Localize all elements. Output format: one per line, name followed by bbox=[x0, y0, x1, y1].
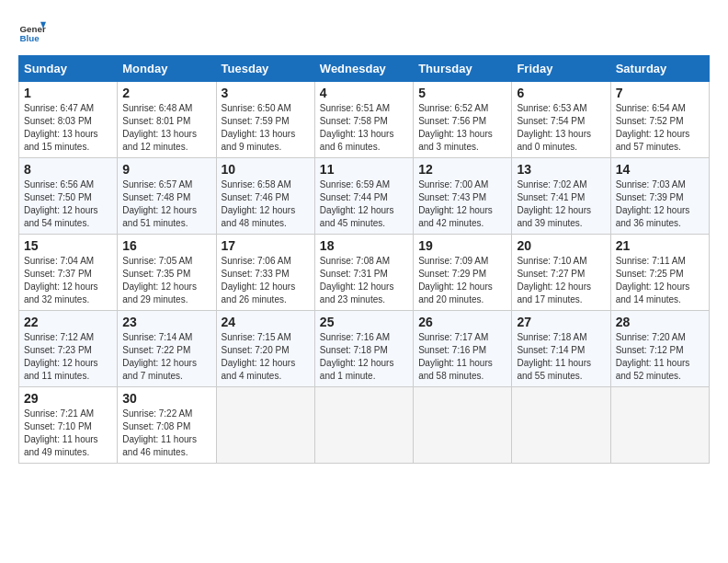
calendar-body: 1 Sunrise: 6:47 AMSunset: 8:03 PMDayligh… bbox=[19, 82, 710, 464]
day-number: 6 bbox=[517, 86, 605, 100]
day-number: 11 bbox=[320, 162, 408, 177]
day-number: 1 bbox=[24, 86, 112, 100]
day-info: Sunrise: 6:53 AMSunset: 7:54 PMDaylight:… bbox=[517, 103, 591, 152]
day-info: Sunrise: 7:08 AMSunset: 7:31 PMDaylight:… bbox=[320, 256, 394, 304]
day-info: Sunrise: 6:54 AMSunset: 7:52 PMDaylight:… bbox=[616, 103, 690, 152]
day-number: 28 bbox=[616, 315, 704, 329]
day-info: Sunrise: 7:00 AMSunset: 7:43 PMDaylight:… bbox=[418, 179, 493, 228]
calendar-cell: 17 Sunrise: 7:06 AMSunset: 7:33 PMDaylig… bbox=[216, 235, 314, 311]
day-info: Sunrise: 7:04 AMSunset: 7:37 PMDaylight:… bbox=[24, 256, 98, 304]
column-header-tuesday: Tuesday bbox=[216, 56, 314, 82]
calendar-cell: 7 Sunrise: 6:54 AMSunset: 7:52 PMDayligh… bbox=[610, 82, 709, 158]
calendar-cell: 11 Sunrise: 6:59 AMSunset: 7:44 PMDaylig… bbox=[314, 158, 413, 235]
calendar-cell: 13 Sunrise: 7:02 AMSunset: 7:41 PMDaylig… bbox=[512, 158, 610, 235]
day-info: Sunrise: 6:52 AMSunset: 7:56 PMDaylight:… bbox=[418, 103, 493, 152]
day-info: Sunrise: 7:15 AMSunset: 7:20 PMDaylight:… bbox=[222, 332, 296, 381]
day-number: 17 bbox=[222, 238, 310, 253]
calendar-header-row: SundayMondayTuesdayWednesdayThursdayFrid… bbox=[19, 56, 710, 82]
calendar-cell bbox=[610, 387, 709, 464]
day-info: Sunrise: 6:57 AMSunset: 7:48 PMDaylight:… bbox=[122, 179, 197, 228]
column-header-sunday: Sunday bbox=[19, 56, 118, 82]
calendar-cell: 6 Sunrise: 6:53 AMSunset: 7:54 PMDayligh… bbox=[512, 82, 610, 158]
calendar-cell: 18 Sunrise: 7:08 AMSunset: 7:31 PMDaylig… bbox=[314, 235, 413, 311]
day-info: Sunrise: 7:02 AMSunset: 7:41 PMDaylight:… bbox=[517, 179, 591, 228]
day-number: 4 bbox=[320, 86, 408, 100]
day-info: Sunrise: 7:09 AMSunset: 7:29 PMDaylight:… bbox=[418, 256, 493, 304]
day-number: 18 bbox=[320, 238, 408, 253]
calendar-cell: 15 Sunrise: 7:04 AMSunset: 7:37 PMDaylig… bbox=[19, 235, 118, 311]
day-info: Sunrise: 6:58 AMSunset: 7:46 PMDaylight:… bbox=[222, 179, 296, 228]
calendar-cell: 21 Sunrise: 7:11 AMSunset: 7:25 PMDaylig… bbox=[610, 235, 709, 311]
calendar-week-row: 8 Sunrise: 6:56 AMSunset: 7:50 PMDayligh… bbox=[19, 158, 710, 235]
day-number: 2 bbox=[122, 86, 210, 100]
day-info: Sunrise: 6:59 AMSunset: 7:44 PMDaylight:… bbox=[320, 179, 394, 228]
day-number: 7 bbox=[616, 86, 704, 100]
day-number: 19 bbox=[418, 238, 506, 253]
day-number: 23 bbox=[122, 315, 210, 329]
day-number: 24 bbox=[222, 315, 310, 329]
column-header-saturday: Saturday bbox=[610, 56, 709, 82]
column-header-thursday: Thursday bbox=[414, 56, 512, 82]
day-info: Sunrise: 7:10 AMSunset: 7:27 PMDaylight:… bbox=[517, 256, 591, 304]
day-info: Sunrise: 7:18 AMSunset: 7:14 PMDaylight:… bbox=[517, 332, 591, 381]
day-number: 12 bbox=[418, 162, 506, 177]
day-info: Sunrise: 7:12 AMSunset: 7:23 PMDaylight:… bbox=[24, 332, 98, 381]
day-info: Sunrise: 7:05 AMSunset: 7:35 PMDaylight:… bbox=[122, 256, 197, 304]
calendar-cell: 4 Sunrise: 6:51 AMSunset: 7:58 PMDayligh… bbox=[314, 82, 413, 158]
day-info: Sunrise: 6:48 AMSunset: 8:01 PMDaylight:… bbox=[122, 103, 197, 152]
calendar-week-row: 22 Sunrise: 7:12 AMSunset: 7:23 PMDaylig… bbox=[19, 311, 710, 387]
day-number: 8 bbox=[24, 162, 112, 177]
day-number: 15 bbox=[24, 238, 112, 253]
calendar-cell: 5 Sunrise: 6:52 AMSunset: 7:56 PMDayligh… bbox=[414, 82, 512, 158]
calendar-cell: 2 Sunrise: 6:48 AMSunset: 8:01 PMDayligh… bbox=[118, 82, 216, 158]
day-info: Sunrise: 7:16 AMSunset: 7:18 PMDaylight:… bbox=[320, 332, 394, 381]
calendar-cell: 30 Sunrise: 7:22 AMSunset: 7:08 PMDaylig… bbox=[118, 387, 216, 464]
calendar-cell: 24 Sunrise: 7:15 AMSunset: 7:20 PMDaylig… bbox=[216, 311, 314, 387]
day-info: Sunrise: 6:51 AMSunset: 7:58 PMDaylight:… bbox=[320, 103, 394, 152]
day-number: 29 bbox=[24, 391, 112, 406]
day-number: 3 bbox=[222, 86, 310, 100]
day-info: Sunrise: 7:21 AMSunset: 7:10 PMDaylight:… bbox=[24, 408, 98, 457]
day-number: 26 bbox=[418, 315, 506, 329]
svg-text:Blue: Blue bbox=[20, 33, 40, 43]
column-header-monday: Monday bbox=[118, 56, 216, 82]
calendar-cell: 26 Sunrise: 7:17 AMSunset: 7:16 PMDaylig… bbox=[414, 311, 512, 387]
day-number: 5 bbox=[418, 86, 506, 100]
day-info: Sunrise: 7:17 AMSunset: 7:16 PMDaylight:… bbox=[418, 332, 493, 381]
day-number: 22 bbox=[24, 315, 112, 329]
calendar-cell bbox=[414, 387, 512, 464]
calendar-cell: 25 Sunrise: 7:16 AMSunset: 7:18 PMDaylig… bbox=[314, 311, 413, 387]
day-info: Sunrise: 7:03 AMSunset: 7:39 PMDaylight:… bbox=[616, 179, 690, 228]
calendar-cell: 23 Sunrise: 7:14 AMSunset: 7:22 PMDaylig… bbox=[118, 311, 216, 387]
day-number: 13 bbox=[517, 162, 605, 177]
calendar-cell: 3 Sunrise: 6:50 AMSunset: 7:59 PMDayligh… bbox=[216, 82, 314, 158]
calendar-cell: 1 Sunrise: 6:47 AMSunset: 8:03 PMDayligh… bbox=[19, 82, 118, 158]
day-info: Sunrise: 7:06 AMSunset: 7:33 PMDaylight:… bbox=[222, 256, 296, 304]
calendar-cell bbox=[314, 387, 413, 464]
column-header-friday: Friday bbox=[512, 56, 610, 82]
calendar-cell: 29 Sunrise: 7:21 AMSunset: 7:10 PMDaylig… bbox=[19, 387, 118, 464]
day-number: 9 bbox=[122, 162, 210, 177]
logo-icon: General Blue bbox=[18, 18, 46, 46]
calendar-cell: 8 Sunrise: 6:56 AMSunset: 7:50 PMDayligh… bbox=[19, 158, 118, 235]
day-info: Sunrise: 7:11 AMSunset: 7:25 PMDaylight:… bbox=[616, 256, 690, 304]
calendar-week-row: 1 Sunrise: 6:47 AMSunset: 8:03 PMDayligh… bbox=[19, 82, 710, 158]
calendar-cell: 16 Sunrise: 7:05 AMSunset: 7:35 PMDaylig… bbox=[118, 235, 216, 311]
calendar-cell: 22 Sunrise: 7:12 AMSunset: 7:23 PMDaylig… bbox=[19, 311, 118, 387]
day-info: Sunrise: 6:50 AMSunset: 7:59 PMDaylight:… bbox=[222, 103, 296, 152]
day-number: 20 bbox=[517, 238, 605, 253]
day-number: 14 bbox=[616, 162, 704, 177]
day-number: 30 bbox=[122, 391, 210, 406]
day-number: 27 bbox=[517, 315, 605, 329]
day-info: Sunrise: 6:47 AMSunset: 8:03 PMDaylight:… bbox=[24, 103, 98, 152]
day-info: Sunrise: 7:20 AMSunset: 7:12 PMDaylight:… bbox=[616, 332, 690, 381]
calendar-cell: 14 Sunrise: 7:03 AMSunset: 7:39 PMDaylig… bbox=[610, 158, 709, 235]
day-info: Sunrise: 7:14 AMSunset: 7:22 PMDaylight:… bbox=[122, 332, 197, 381]
day-number: 21 bbox=[616, 238, 704, 253]
calendar-cell bbox=[512, 387, 610, 464]
calendar-week-row: 29 Sunrise: 7:21 AMSunset: 7:10 PMDaylig… bbox=[19, 387, 710, 464]
calendar-cell: 10 Sunrise: 6:58 AMSunset: 7:46 PMDaylig… bbox=[216, 158, 314, 235]
day-number: 25 bbox=[320, 315, 408, 329]
calendar-cell: 20 Sunrise: 7:10 AMSunset: 7:27 PMDaylig… bbox=[512, 235, 610, 311]
calendar-table: SundayMondayTuesdayWednesdayThursdayFrid… bbox=[18, 55, 710, 464]
